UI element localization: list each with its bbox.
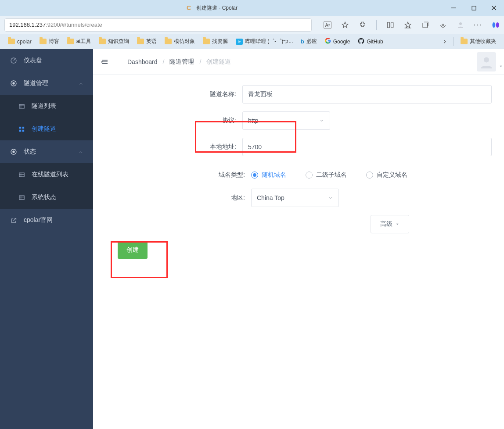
svg-point-11 xyxy=(459,22,462,25)
more-icon[interactable]: ··· xyxy=(474,21,482,29)
svg-rect-20 xyxy=(19,129,21,131)
svg-point-23 xyxy=(13,151,14,153)
domain-type-label: 域名类型: xyxy=(102,171,251,179)
sidebar-item-tunnel-mgmt[interactable]: 隧道管理 xyxy=(0,72,93,95)
sidebar: 仪表盘 隧道管理 隧道列表 创建隧道 状态 在线隧道列表 xyxy=(0,49,93,429)
bookmark-folder[interactable]: 找资源 xyxy=(200,36,230,46)
window-maximize-button[interactable] xyxy=(464,0,484,16)
profile-icon[interactable] xyxy=(457,21,464,29)
local-addr-label: 本地地址: xyxy=(102,143,242,151)
favorite-icon[interactable] xyxy=(341,21,349,29)
svg-marker-4 xyxy=(342,22,348,28)
google-icon xyxy=(325,38,331,45)
bookmark-folder[interactable]: cpolar xyxy=(5,37,34,46)
target-icon xyxy=(10,148,18,156)
region-select[interactable]: China Top xyxy=(251,189,339,207)
bookmark-link[interactable]: tv哔哩哔哩 (゜-゜)つ... xyxy=(233,36,295,46)
protocol-select[interactable]: http xyxy=(242,111,330,130)
split-screen-icon[interactable] xyxy=(386,21,394,29)
domain-type-sub-radio[interactable]: 二级子域名 xyxy=(306,171,347,179)
chevron-down-icon xyxy=(328,195,333,200)
sidebar-item-official[interactable]: cpolar官网 xyxy=(0,209,93,232)
separator xyxy=(453,37,454,46)
url-input[interactable]: 192.168.1.237:9200/#/tunnels/create xyxy=(4,18,312,32)
bookmarks-bar: cpolar 博客 ai工具 知识查询 英语 模仿对象 找资源 tv哔哩哔哩 (… xyxy=(0,34,504,49)
breadcrumb-separator: / xyxy=(163,58,165,65)
copilot-icon[interactable] xyxy=(492,21,500,29)
grid-icon xyxy=(18,125,25,133)
folder-icon xyxy=(99,39,106,44)
svg-rect-5 xyxy=(387,22,389,28)
table-icon xyxy=(18,102,25,110)
folder-icon xyxy=(203,39,210,44)
bookmark-folder[interactable]: 模仿对象 xyxy=(162,36,198,46)
separator xyxy=(376,20,377,30)
region-value: China Top xyxy=(257,194,284,201)
domain-type-custom-radio[interactable]: 自定义域名 xyxy=(366,171,407,179)
folder-icon xyxy=(165,39,172,44)
create-button[interactable]: 创建 xyxy=(118,241,148,259)
domain-type-random-radio[interactable]: 随机域名 xyxy=(251,171,286,179)
breadcrumb-item[interactable]: Dashboard xyxy=(127,58,158,65)
sidebar-label: cpolar官网 xyxy=(24,216,53,224)
svg-marker-35 xyxy=(396,224,399,225)
tunnel-name-input[interactable] xyxy=(242,85,492,104)
sidebar-item-status[interactable]: 状态 xyxy=(0,140,93,163)
sidebar-item-sys-status[interactable]: 系统状态 xyxy=(0,186,93,209)
svg-rect-27 xyxy=(19,196,24,200)
performance-icon[interactable] xyxy=(439,21,447,29)
chevron-up-icon xyxy=(78,81,83,86)
svg-rect-9 xyxy=(423,23,428,28)
bookmark-link[interactable]: b必应 xyxy=(298,36,319,46)
bookmark-folder[interactable]: ai工具 xyxy=(65,36,94,46)
gauge-icon xyxy=(10,57,18,64)
sidebar-label: 仪表盘 xyxy=(24,57,42,64)
breadcrumb-item[interactable]: 隧道管理 xyxy=(169,58,194,66)
target-icon xyxy=(10,79,18,87)
bookmark-folder[interactable]: 博客 xyxy=(37,36,62,46)
window-title: 创建隧道 - Cpolar xyxy=(196,4,238,12)
url-path: :9200/#/tunnels/create xyxy=(46,21,102,28)
site-favicon: C xyxy=(187,4,194,11)
folder-icon xyxy=(137,39,144,44)
sidebar-label: 系统状态 xyxy=(32,193,56,201)
window-titlebar: C 创建隧道 - Cpolar xyxy=(0,0,504,16)
advanced-button[interactable]: 高级 xyxy=(371,215,409,233)
window-minimize-button[interactable] xyxy=(443,0,464,16)
folder-icon xyxy=(461,39,468,44)
favorites-icon[interactable] xyxy=(404,21,412,29)
content-topbar: Dashboard / 隧道管理 / 创建隧道 xyxy=(93,49,504,75)
sidebar-label: 隧道管理 xyxy=(24,79,48,87)
window-close-button[interactable] xyxy=(484,0,504,16)
url-host: 192.168.1.237 xyxy=(9,21,46,28)
sidebar-label: 创建隧道 xyxy=(32,125,56,133)
sidebar-item-dashboard[interactable]: 仪表盘 xyxy=(0,49,93,72)
bookmarks-overflow-icon[interactable] xyxy=(441,38,449,46)
bookmark-folder[interactable]: 英语 xyxy=(134,36,159,46)
sidebar-label: 隧道列表 xyxy=(32,102,56,110)
sidebar-item-tunnel-create[interactable]: 创建隧道 xyxy=(0,118,93,140)
sidebar-item-online-tunnels[interactable]: 在线隧道列表 xyxy=(0,163,93,186)
tunnel-name-label: 隧道名称: xyxy=(102,90,242,98)
folder-icon xyxy=(40,39,47,44)
svg-point-14 xyxy=(13,82,14,84)
bilibili-icon: tv xyxy=(236,39,243,45)
collections-icon[interactable] xyxy=(421,21,429,29)
user-avatar[interactable] xyxy=(477,52,496,72)
bookmark-link[interactable]: GitHub xyxy=(355,36,385,47)
bookmark-other-folder[interactable]: 其他收藏夹 xyxy=(458,36,499,46)
svg-point-33 xyxy=(484,57,489,62)
caret-down-icon xyxy=(395,222,400,226)
sidebar-label: 在线隧道列表 xyxy=(32,171,68,179)
chevron-up-icon xyxy=(78,149,83,154)
svg-marker-34 xyxy=(500,65,502,67)
bookmark-link[interactable]: Google xyxy=(322,36,353,46)
protocol-value: http xyxy=(248,117,258,124)
read-aloud-icon[interactable]: A» xyxy=(324,21,331,29)
sidebar-item-tunnel-list[interactable]: 隧道列表 xyxy=(0,95,93,118)
bookmark-folder[interactable]: 知识查询 xyxy=(96,36,132,46)
breadcrumb-separator: / xyxy=(199,58,201,65)
extensions-icon[interactable] xyxy=(359,21,367,29)
local-addr-input[interactable] xyxy=(242,138,492,156)
menu-toggle-icon[interactable] xyxy=(101,58,109,66)
